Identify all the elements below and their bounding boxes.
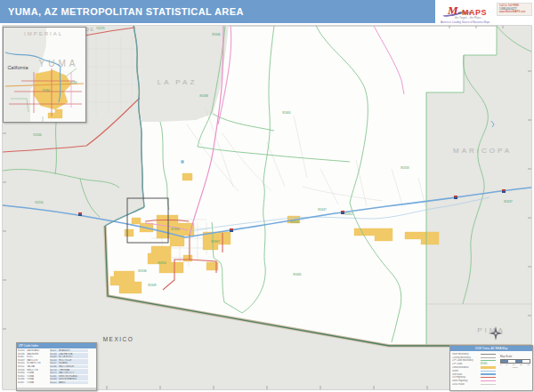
zip-label: 85352 — [344, 212, 352, 216]
zip-code-cell: 92227 — [50, 349, 59, 352]
zip-code-cell: 92222 — [50, 381, 59, 384]
legend-item-label: US Highway — [452, 376, 481, 379]
zip-code-cell: 85365 — [18, 375, 27, 378]
scale-tick: 0 — [500, 364, 501, 366]
zip-label: 85350 — [158, 261, 166, 265]
zip-label: 92266 — [33, 133, 41, 137]
scale-tick: 5 — [506, 364, 507, 366]
legend-item-label: Interstate — [452, 373, 481, 376]
zip-name-cell: HOLTVILLE — [59, 359, 88, 362]
zip-label: 85336 — [138, 269, 146, 273]
map-legend: 2018 Yuma, AZ MSA Map State BoundaryCoun… — [449, 345, 533, 391]
zip-label: 92250 — [35, 201, 43, 204]
zip-label: 92225 — [96, 27, 104, 30]
map-sheet: YUMA, AZ METROPOLITAN STATISTICAL AREA M… — [0, 0, 534, 392]
inset-label: 85365 — [70, 81, 77, 84]
zip-label: 85333 — [400, 166, 409, 170]
zip-code-cell: 92281 — [50, 375, 59, 378]
zip-code-cell: 92266 — [50, 365, 59, 368]
zip-label: 85348 — [199, 94, 207, 98]
zip-name-cell: DATELAND — [27, 349, 50, 352]
zip-table-body: 85333DATELAND92227BRAWLEY85336GADSDEN922… — [17, 348, 96, 385]
zip-label: 85365 — [282, 111, 290, 115]
zip-code-cell: 85336 — [18, 353, 27, 356]
legend-item-label: State Highway — [452, 380, 481, 382]
zip-name-cell: YUMA — [27, 372, 50, 374]
zip-table-footer — [17, 388, 96, 390]
zip-name-cell: ROLL — [27, 356, 50, 358]
inset-map: IMPERIALCaliforniaYUMA8536485365 — [3, 27, 86, 123]
zip-code-cell: 92257 — [50, 362, 59, 364]
zip-label: 85356 — [290, 220, 298, 224]
page-title: YUMA, AZ METROPOLITAN STATISTICAL AREA — [0, 6, 244, 17]
zip-name-cell: WINTERHAVEN — [59, 378, 88, 380]
legend-item-label: Local Road — [452, 383, 481, 386]
legend-item-label: County Boundary — [452, 356, 481, 359]
legend-item-label: ZIP Code — [452, 363, 481, 365]
legend-item-sample — [481, 354, 496, 355]
legend-item: Local Road — [452, 383, 498, 387]
zip-code-cell: 85367 — [18, 381, 27, 384]
legend-item-sample — [481, 366, 496, 369]
zip-name-cell: GADSDEN — [27, 353, 50, 356]
zip-code-cell: 92274 — [50, 369, 59, 372]
zip-label: 85364 — [171, 228, 179, 231]
area-label-la-paz: LA PAZ — [158, 78, 198, 86]
zip-code-cell: 85364 — [18, 372, 27, 374]
title-bar: YUMA, AZ METROPOLITAN STATISTICAL AREA — [0, 0, 435, 23]
map-area: LA PAZMARICOPAPIMAMEXICODE85346922258534… — [0, 25, 534, 392]
legend-item-sample — [481, 371, 496, 372]
zip-code-cell: 85333 — [18, 349, 27, 352]
compass-rose-icon — [488, 325, 504, 341]
scale-tick: 20 — [527, 364, 530, 366]
inset-label: California — [7, 65, 28, 70]
zip-name-cell: NILAND — [59, 362, 88, 364]
zip-label: 85367 — [211, 240, 219, 244]
legend-item-sample — [481, 384, 496, 385]
legend-item-sample: 85365 — [481, 363, 496, 365]
inset-label: YUMA — [39, 59, 79, 68]
zip-name-cell: BRAWLEY — [59, 349, 88, 352]
zip-name-cell: TACNA — [27, 365, 50, 368]
zip-name-cell: CALIPATRIA — [59, 353, 88, 356]
zip-table-row: 85367YUMA92222BARD — [18, 380, 95, 384]
zip-code-cell: 85350 — [18, 362, 27, 364]
zip-label: 85346 — [212, 33, 220, 36]
area-label-de: DE — [85, 27, 94, 32]
zip-code-cell: 92283 — [50, 378, 59, 380]
area-label-maricopa: MARICOPA — [453, 147, 512, 155]
zip-name-cell: WESTMORLAND — [59, 375, 88, 378]
zip-name-cell: THERMAL — [59, 369, 88, 372]
zip-code-cell: 92249 — [50, 356, 59, 358]
zip-name-cell: WELLTON — [27, 369, 50, 372]
zip-label: 85347 — [318, 208, 326, 212]
zip-code-cell: 85347 — [18, 356, 27, 358]
zip-code-cell: 85366 — [18, 378, 27, 380]
zip-label: 85349 — [148, 284, 156, 287]
zip-name-cell: PALO VERDE — [59, 365, 88, 368]
legend-item-label: Water — [452, 370, 481, 372]
legend-item-label: State Boundary — [452, 353, 481, 356]
logo-subtitle: America's Leading Source of Business Map… — [441, 20, 490, 24]
contact-line: www.MarketMAPS.com — [499, 11, 530, 14]
zip-name-cell: SAN LUIS — [27, 359, 50, 362]
legend-item-sample — [481, 373, 496, 375]
zip-code-cell: 92233 — [50, 353, 59, 356]
zip-name-cell: YUMA — [27, 381, 50, 384]
zip-code-cell: 92250 — [50, 359, 59, 362]
legend-item-sample — [481, 360, 496, 361]
zip-code-cell: 85356 — [18, 369, 27, 372]
zip-name-cell: EL CENTRO — [59, 356, 88, 358]
scale-title: Map Scale — [500, 355, 530, 358]
zip-name-cell: YUMA — [27, 375, 50, 378]
legend-item-sample — [481, 377, 496, 378]
scale-unit: Miles — [500, 366, 530, 369]
zip-name-cell: SOMERTON — [27, 362, 50, 364]
logo-tagline: the Target... the Place... — [455, 16, 483, 20]
inset-label: 85364 — [43, 89, 50, 92]
zip-label: 85365 — [293, 273, 301, 276]
zip-name-cell: BARD — [59, 381, 88, 384]
legend-item-label: Urbanized Area — [452, 366, 481, 369]
legend-item-sample — [481, 380, 496, 381]
area-label-mexico: MEXICO — [103, 336, 134, 342]
